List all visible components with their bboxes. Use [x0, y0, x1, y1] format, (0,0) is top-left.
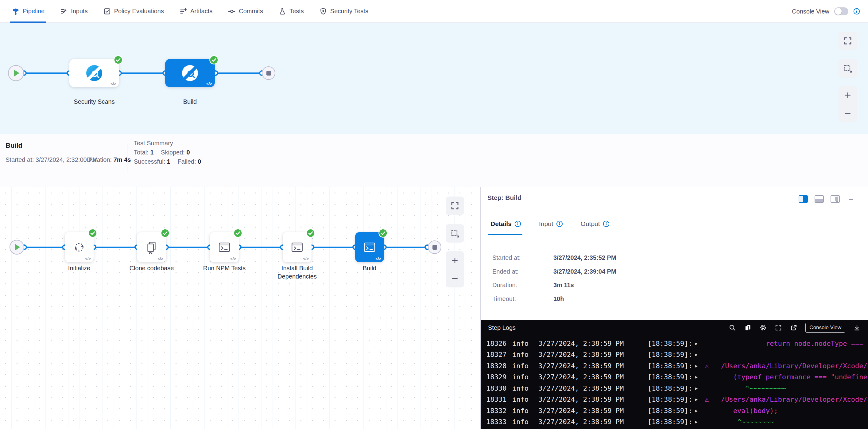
tab-details[interactable]: Details: [491, 220, 521, 227]
vertical-divider: [127, 144, 127, 172]
tab-input[interactable]: Input: [539, 220, 563, 227]
console-view-toggle[interactable]: [834, 7, 848, 16]
step-logs-toolbar: Console View: [728, 323, 861, 333]
tab-inputs[interactable]: Inputs: [60, 0, 88, 23]
step-details-panel: Step: Build Details Input Output Start: [480, 187, 868, 429]
log-time: [18:38:59]:: [648, 417, 692, 427]
info-icon[interactable]: [853, 8, 860, 15]
pipeline-execution-page: Pipeline Inputs Policy Evaluations Artif…: [0, 0, 868, 429]
canvas-zoom-controls: [839, 86, 857, 122]
log-time: [18:38:59]:: [648, 384, 692, 393]
code-view-icon: </>: [157, 256, 163, 261]
log-row: 18329info3/27/2024, 2:38:59 PM[18:38:59]…: [480, 372, 868, 382]
step-node-run-npm-tests[interactable]: </>: [210, 232, 239, 262]
search-icon[interactable]: [728, 324, 736, 331]
log-level: info: [512, 350, 529, 359]
detail-value: 3m 11s: [553, 282, 574, 289]
tab-security-tests[interactable]: Security Tests: [319, 0, 368, 23]
log-expand-caret[interactable]: ▸: [695, 384, 698, 393]
log-expand-caret[interactable]: ▸: [695, 339, 698, 348]
detail-value: 10h: [553, 296, 564, 303]
test-summary-line2: Successful: 1 Failed: 0: [134, 157, 201, 166]
log-expand-caret[interactable]: ▸: [695, 395, 698, 404]
tab-tests[interactable]: Tests: [278, 0, 304, 23]
edge-line: [24, 247, 65, 248]
step-node-clone-codebase[interactable]: </>: [137, 232, 166, 262]
fullscreen-icon[interactable]: [775, 324, 782, 331]
log-row: 18331info3/27/2024, 2:38:59 PM[18:38:59]…: [480, 395, 868, 404]
canvas-fullscreen-button[interactable]: [839, 32, 857, 50]
info-icon[interactable]: [515, 220, 521, 227]
step-panel-tabs: Details Input Output: [480, 213, 868, 235]
step-node-build[interactable]: </>: [355, 232, 384, 262]
play-icon: [14, 70, 19, 76]
info-icon[interactable]: [603, 220, 610, 227]
log-time: [18:38:59]:: [648, 406, 692, 416]
minimize-panel-icon[interactable]: [846, 195, 856, 203]
fullscreen-icon: [450, 201, 460, 210]
copy-icon[interactable]: [744, 324, 751, 331]
log-expand-caret[interactable]: ▸: [695, 350, 698, 359]
zoom-in-button[interactable]: [839, 86, 857, 104]
open-in-new-icon[interactable]: [790, 324, 797, 331]
duration-value: 7m 4s: [114, 156, 131, 163]
step-graph-canvas[interactable]: </> </> </> </>: [0, 187, 480, 429]
zoom-out-button[interactable]: [839, 104, 857, 122]
tab-policy-evaluations[interactable]: Policy Evaluations: [103, 0, 164, 23]
stage-title: Build: [5, 142, 22, 150]
log-row: 18327info3/27/2024, 2:38:59 PM[18:38:59]…: [480, 350, 868, 359]
total-value: 1: [150, 149, 153, 156]
step-node-install-build-dependencies[interactable]: </>: [283, 232, 312, 262]
log-expand-caret[interactable]: ▸: [695, 362, 698, 371]
canvas-fullscreen-button[interactable]: [446, 196, 464, 215]
duration-text: Duration: 7m 4s: [87, 156, 131, 163]
info-icon[interactable]: [556, 220, 563, 227]
log-time: [18:38:59]:: [648, 362, 692, 371]
step-logs-body[interactable]: 18326info3/27/2024, 2:38:59 PM[18:38:59]…: [480, 335, 868, 429]
step-node-initialize[interactable]: </>: [65, 232, 94, 262]
settings-gear-icon[interactable]: [760, 324, 767, 331]
canvas-fit-selection-button[interactable]: [446, 224, 464, 243]
success-check-icon: [114, 55, 123, 64]
log-timestamp: 3/27/2024, 2:38:59 PM: [538, 339, 624, 348]
floating-layout-icon[interactable]: [831, 195, 840, 203]
success-check-icon: [209, 55, 219, 64]
stage-node-build[interactable]: </>: [165, 59, 215, 87]
edge-line: [94, 247, 137, 248]
test-summary-line1: Total: 1 Skipped: 0: [134, 148, 201, 157]
terminal-icon: [290, 240, 304, 254]
log-expand-caret[interactable]: ▸: [695, 417, 698, 427]
zoom-out-button[interactable]: [446, 269, 464, 287]
tab-artifacts[interactable]: Artifacts: [179, 0, 212, 23]
step-label: Build: [330, 264, 409, 272]
skipped-label: Skipped:: [161, 149, 185, 156]
canvas-fit-selection-button[interactable]: [839, 59, 857, 78]
log-message: ⚠ /Users/anka/Library/Developer/Xcode/De: [705, 395, 868, 404]
pipeline-start-node: [8, 65, 24, 81]
step-logs-title: Step Logs: [488, 324, 516, 331]
log-expand-caret[interactable]: ▸: [695, 406, 698, 416]
log-timestamp: 3/27/2024, 2:38:59 PM: [538, 417, 624, 427]
console-view-button[interactable]: Console View: [805, 323, 845, 333]
tab-pipeline[interactable]: Pipeline: [12, 0, 44, 23]
security-scan-stage-icon: [86, 64, 103, 82]
stage-label: Security Scans: [57, 98, 131, 105]
detail-value: 3/27/2024, 2:35:52 PM: [553, 254, 616, 261]
zoom-in-button[interactable]: [446, 251, 464, 269]
steps-end-node: [428, 240, 441, 254]
log-expand-caret[interactable]: ▸: [695, 372, 698, 382]
log-level: info: [512, 339, 529, 348]
stage-graph-canvas[interactable]: </> </> Security Scans Build: [0, 23, 868, 134]
tab-commits[interactable]: Commits: [228, 0, 263, 23]
total-label: Total:: [134, 149, 149, 156]
split-right-layout-icon[interactable]: [799, 195, 808, 203]
tab-output[interactable]: Output: [581, 220, 610, 227]
stage-node-security-scans[interactable]: </>: [69, 59, 119, 87]
stop-icon: [267, 71, 271, 75]
code-view-icon: </>: [375, 256, 381, 261]
tab-label: Details: [491, 220, 512, 227]
split-bottom-layout-icon[interactable]: [815, 195, 824, 203]
log-level: info: [512, 417, 529, 427]
download-icon[interactable]: [853, 324, 861, 331]
detail-label: Started at:: [492, 254, 521, 261]
